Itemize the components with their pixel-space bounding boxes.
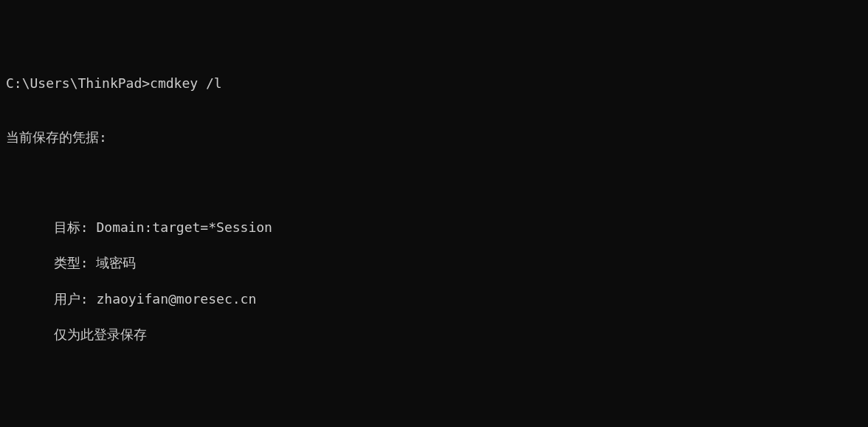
credential-entry: 目标: MicrosoftAccount:target=SSO_POP_Devi… xyxy=(6,416,862,427)
target-line: 目标: Domain:target=*Session xyxy=(54,219,862,236)
user-line: 用户: zhaoyifan@moresec.cn xyxy=(54,290,862,308)
type-label: 类型: xyxy=(54,255,89,270)
credential-entry: 目标: Domain:target=*Session 类型: 域密码 用户: z… xyxy=(6,200,862,362)
command-text: cmdkey /l xyxy=(150,75,222,91)
user-value: zhaoyifan@moresec.cn xyxy=(96,291,256,307)
target-value: Domain:target=*Session xyxy=(96,219,272,235)
target-label: 目标: xyxy=(54,219,89,235)
type-line: 类型: 域密码 xyxy=(54,254,862,272)
credentials-header: 当前保存的凭据: xyxy=(6,129,862,146)
type-value: 域密码 xyxy=(96,255,136,270)
command-prompt-line: C:\Users\ThinkPad>cmdkey /l xyxy=(6,75,862,92)
prompt-path: C:\Users\ThinkPad> xyxy=(6,75,150,91)
user-label: 用户: xyxy=(54,291,89,307)
persistence-line: 仅为此登录保存 xyxy=(54,326,862,344)
